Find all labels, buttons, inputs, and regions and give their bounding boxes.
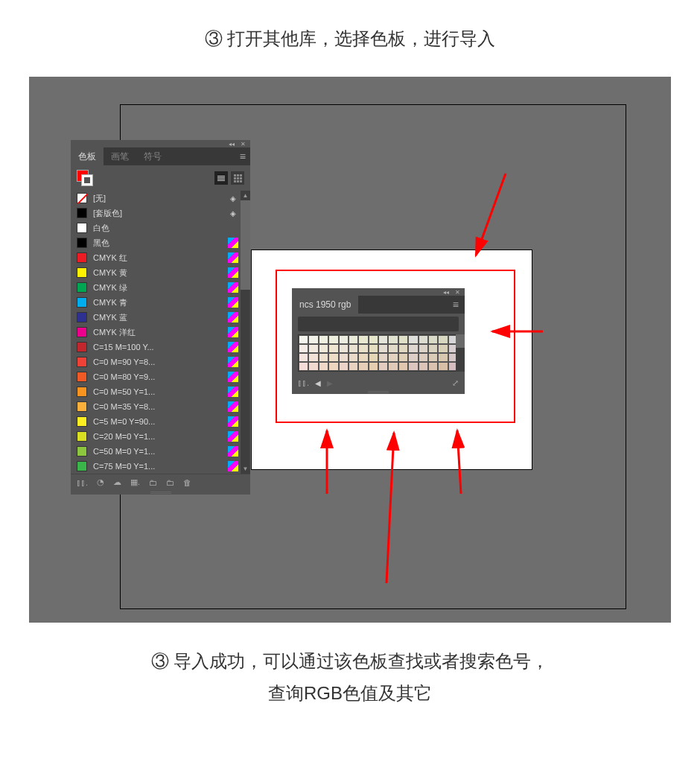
ncs-swatch-cell[interactable] [328, 344, 338, 353]
ncs-swatch-cell[interactable] [308, 362, 318, 371]
ncs-swatch-cell[interactable] [319, 344, 328, 353]
ncs-swatch-cell[interactable] [419, 362, 428, 371]
ncs-swatch-cell[interactable] [388, 353, 398, 362]
ncs-swatch-cell[interactable] [328, 335, 338, 344]
ncs-swatch-cell[interactable] [369, 353, 378, 362]
ncs-swatch-cell[interactable] [378, 344, 388, 353]
ncs-swatch-cell[interactable] [358, 362, 368, 371]
ncs-swatch-cell[interactable] [419, 353, 428, 362]
swatch-row[interactable]: C=20 M=0 Y=1... [71, 429, 250, 444]
library-menu-icon[interactable]: ⫿⫿. [298, 378, 309, 387]
show-kinds-icon[interactable]: ◔ [97, 477, 104, 487]
ncs-swatch-cell[interactable] [419, 335, 428, 344]
swatch-row[interactable]: C=75 M=0 Y=1... [71, 459, 250, 474]
tab-brushes[interactable]: 画笔 [104, 147, 136, 165]
ncs-swatch-cell[interactable] [438, 362, 448, 371]
ncs-swatch-cell[interactable] [369, 362, 378, 371]
panel-resize-grip[interactable] [71, 490, 250, 495]
ncs-swatch-cell[interactable] [388, 362, 398, 371]
ncs-swatch-cell[interactable] [328, 353, 338, 362]
next-library-icon[interactable]: ▶ [327, 379, 333, 387]
ncs-swatch-cell[interactable] [369, 335, 378, 344]
prev-library-icon[interactable]: ◀ [315, 379, 321, 387]
ncs-swatch-cell[interactable] [428, 353, 438, 362]
swatch-row[interactable]: C=0 M=50 Y=1... [71, 384, 250, 399]
swatch-row[interactable]: CMYK 绿 [71, 280, 250, 295]
new-swatch-icon[interactable]: 🗀 [149, 478, 157, 487]
swatch-row[interactable]: C=50 M=0 Y=1... [71, 444, 250, 459]
ncs-tab[interactable]: ncs 1950 rgb [292, 296, 358, 314]
swatch-row[interactable]: CMYK 黄 [71, 265, 250, 280]
scroll-up-icon[interactable]: ▲ [241, 191, 250, 200]
ncs-swatch-cell[interactable] [358, 344, 368, 353]
swatch-row[interactable]: [套版色]◈ [71, 206, 250, 220]
ncs-swatch-cell[interactable] [339, 335, 349, 344]
collapse-icon[interactable]: ◂◂ [443, 289, 449, 296]
ncs-swatch-cell[interactable] [438, 344, 448, 353]
ncs-swatch-cell[interactable] [408, 362, 418, 371]
ncs-swatch-cell[interactable] [308, 353, 318, 362]
ncs-swatch-cell[interactable] [339, 353, 349, 362]
ncs-swatch-cell[interactable] [358, 353, 368, 362]
ncs-swatch-cell[interactable] [419, 344, 428, 353]
new-group-icon[interactable]: ▦. [130, 477, 140, 487]
ncs-swatch-cell[interactable] [438, 335, 448, 344]
ncs-swatch-cell[interactable] [388, 344, 398, 353]
ncs-swatch-cell[interactable] [319, 362, 328, 371]
swatch-row[interactable]: [无]◈ [71, 191, 250, 206]
swatch-row[interactable]: C=5 M=0 Y=90... [71, 414, 250, 429]
swatch-row[interactable]: CMYK 青 [71, 295, 250, 310]
ncs-swatch-cell[interactable] [398, 344, 408, 353]
ncs-swatch-cell[interactable] [369, 344, 378, 353]
ncs-swatch-cell[interactable] [408, 335, 418, 344]
ncs-swatch-cell[interactable] [319, 335, 328, 344]
folder-icon[interactable]: 🗀 [166, 478, 174, 487]
ncs-swatch-cell[interactable] [349, 353, 358, 362]
library-menu-icon[interactable]: ⫿⫿. [77, 478, 88, 487]
stroke-color-icon[interactable] [81, 174, 93, 186]
ncs-swatch-cell[interactable] [299, 335, 308, 344]
list-view-button[interactable] [214, 171, 228, 185]
swatch-row[interactable]: 黑色 [71, 235, 250, 250]
ncs-swatch-cell[interactable] [398, 362, 408, 371]
swatch-row[interactable]: CMYK 洋红 [71, 325, 250, 340]
swatch-row[interactable]: C=0 M=80 Y=9... [71, 369, 250, 384]
swatches-panel[interactable]: ◂◂ ✕ 色板 画笔 符号 ≡ [无]◈[套版色]◈白色黑色 [71, 140, 250, 495]
ncs-swatch-cell[interactable] [358, 335, 368, 344]
ncs-swatch-cell[interactable] [408, 344, 418, 353]
tab-symbols[interactable]: 符号 [136, 147, 169, 165]
grid-view-button[interactable] [231, 171, 244, 185]
ncs-swatch-cell[interactable] [388, 335, 398, 344]
ncs-panel[interactable]: ◂◂ ✕ ncs 1950 rgb ≡ ⫿⫿. ◀ ▶ ⤢ [292, 288, 465, 394]
scrollbar-thumb[interactable] [456, 334, 465, 348]
expand-icon[interactable]: ⤢ [452, 378, 459, 388]
ncs-swatch-cell[interactable] [319, 353, 328, 362]
ncs-swatch-cell[interactable] [438, 353, 448, 362]
panel-menu-icon[interactable]: ≡ [240, 150, 246, 162]
ncs-scrollbar[interactable] [456, 334, 465, 372]
ncs-swatch-cell[interactable] [308, 344, 318, 353]
tab-swatches[interactable]: 色板 [71, 147, 104, 165]
fill-stroke-widget[interactable] [77, 170, 93, 186]
search-input[interactable] [298, 317, 459, 331]
swatch-row[interactable]: CMYK 红 [71, 250, 250, 265]
close-icon[interactable]: ✕ [241, 141, 246, 147]
ncs-swatch-cell[interactable] [428, 344, 438, 353]
ncs-swatch-cell[interactable] [378, 362, 388, 371]
collapse-icon[interactable]: ◂◂ [229, 141, 235, 147]
ncs-swatch-cell[interactable] [378, 335, 388, 344]
swatch-row[interactable]: C=0 M=35 Y=8... [71, 399, 250, 414]
delete-icon[interactable]: 🗑 [183, 478, 191, 487]
ncs-swatch-cell[interactable] [398, 353, 408, 362]
close-icon[interactable]: ✕ [455, 289, 460, 296]
swatch-row[interactable]: CMYK 蓝 [71, 310, 250, 325]
swatch-row[interactable]: 白色 [71, 220, 250, 235]
ncs-swatch-cell[interactable] [328, 362, 338, 371]
swatch-list[interactable]: [无]◈[套版色]◈白色黑色CMYK 红CMYK 黄CMYK 绿CMYK 青CM… [71, 191, 250, 474]
ncs-swatch-cell[interactable] [408, 353, 418, 362]
ncs-swatch-cell[interactable] [299, 362, 308, 371]
ncs-swatch-cell[interactable] [349, 344, 358, 353]
swatch-row[interactable]: C=15 M=100 Y... [71, 340, 250, 355]
scroll-down-icon[interactable]: ▼ [241, 464, 250, 474]
ncs-swatch-cell[interactable] [299, 353, 308, 362]
